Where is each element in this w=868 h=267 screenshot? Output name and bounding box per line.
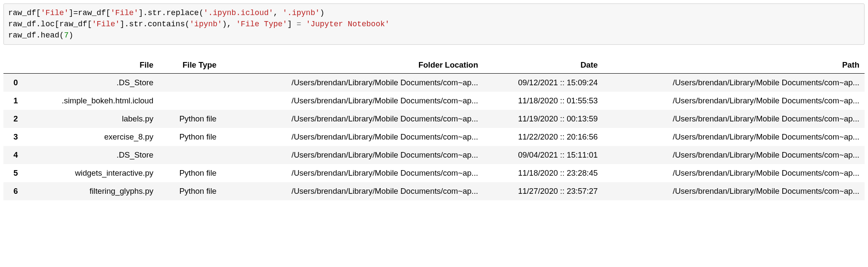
cell-folder-location: /Users/brendan/Library/Mobile Documents/…	[222, 74, 484, 92]
table-row: 4.DS_Store/Users/brendan/Library/Mobile …	[3, 146, 865, 164]
row-index: 3	[3, 128, 23, 146]
code-token: ]=raw_df[	[68, 9, 110, 17]
code-token: 'File'	[92, 20, 120, 28]
cell-path: /Users/brendan/Library/Mobile Documents/…	[603, 146, 865, 164]
cell-file-type: Python file	[158, 182, 222, 200]
cell-file: .simple_bokeh.html.icloud	[23, 92, 159, 110]
header-file-type: File Type	[158, 57, 222, 74]
cell-file: labels.py	[23, 110, 159, 128]
code-token: ),	[222, 20, 236, 28]
cell-folder-location: /Users/brendan/Library/Mobile Documents/…	[222, 128, 484, 146]
dataframe-output: File File Type Folder Location Date Path…	[3, 57, 865, 200]
header-index	[3, 57, 23, 74]
cell-file-type	[158, 92, 222, 110]
code-token: 'ipynb'	[189, 20, 222, 28]
cell-date: 11/18/2020 :: 23:28:45	[483, 164, 603, 182]
code-token: 'File'	[41, 9, 69, 17]
row-index: 2	[3, 110, 23, 128]
row-index: 1	[3, 92, 23, 110]
cell-file-type: Python file	[158, 164, 222, 182]
cell-folder-location: /Users/brendan/Library/Mobile Documents/…	[222, 146, 484, 164]
code-token: raw_df.loc[raw_df[	[8, 20, 92, 28]
header-folder-loc: Folder Location	[222, 57, 484, 74]
cell-folder-location: /Users/brendan/Library/Mobile Documents/…	[222, 164, 484, 182]
code-token: 7	[64, 31, 69, 40]
row-index: 4	[3, 146, 23, 164]
cell-folder-location: /Users/brendan/Library/Mobile Documents/…	[222, 92, 484, 110]
table-row: 3exercise_8.pyPython file/Users/brendan/…	[3, 128, 865, 146]
cell-file: widgets_interactive.py	[23, 164, 159, 182]
code-token: 'Jupyter Notebook'	[306, 20, 389, 28]
cell-date: 11/19/2020 :: 00:13:59	[483, 110, 603, 128]
code-token: '.ipynb.icloud'	[204, 9, 273, 17]
cell-path: /Users/brendan/Library/Mobile Documents/…	[603, 92, 865, 110]
cell-file-type: Python file	[158, 128, 222, 146]
cell-date: 11/18/2020 :: 01:55:53	[483, 92, 603, 110]
cell-date: 11/22/2020 :: 20:16:56	[483, 128, 603, 146]
cell-date: 09/04/2021 :: 15:11:01	[483, 146, 603, 164]
code-token	[301, 20, 306, 28]
table-row: 2labels.pyPython file/Users/brendan/Libr…	[3, 110, 865, 128]
cell-file-type: Python file	[158, 110, 222, 128]
header-date: Date	[483, 57, 603, 74]
cell-folder-location: /Users/brendan/Library/Mobile Documents/…	[222, 110, 484, 128]
cell-file-type	[158, 146, 222, 164]
header-path: Path	[603, 57, 865, 74]
cell-file-type	[158, 74, 222, 92]
table-row: 1.simple_bokeh.html.icloud/Users/brendan…	[3, 92, 865, 110]
code-token: raw_df.head(	[8, 31, 64, 40]
code-token: ,	[273, 9, 283, 17]
code-token: 'File'	[111, 9, 139, 17]
cell-date: 09/12/2021 :: 15:09:24	[483, 74, 603, 92]
code-token: )	[68, 31, 73, 40]
code-token: ].str.replace(	[138, 9, 203, 17]
code-token: )	[320, 9, 325, 17]
header-row: File File Type Folder Location Date Path	[3, 57, 865, 74]
code-token: ].str.contains(	[120, 20, 189, 28]
row-index: 6	[3, 182, 23, 200]
code-token: '.ipynb'	[282, 9, 319, 17]
cell-file: .DS_Store	[23, 146, 159, 164]
header-file: File	[23, 57, 159, 74]
cell-path: /Users/brendan/Library/Mobile Documents/…	[603, 164, 865, 182]
cell-file: filtering_glyphs.py	[23, 182, 159, 200]
table-row: 6filtering_glyphs.pyPython file/Users/br…	[3, 182, 865, 200]
code-input-cell[interactable]: raw_df['File']=raw_df['File'].str.replac…	[3, 3, 865, 45]
cell-path: /Users/brendan/Library/Mobile Documents/…	[603, 128, 865, 146]
cell-path: /Users/brendan/Library/Mobile Documents/…	[603, 110, 865, 128]
cell-folder-location: /Users/brendan/Library/Mobile Documents/…	[222, 182, 484, 200]
dataframe-table: File File Type Folder Location Date Path…	[3, 57, 865, 200]
cell-path: /Users/brendan/Library/Mobile Documents/…	[603, 74, 865, 92]
table-row: 0.DS_Store/Users/brendan/Library/Mobile …	[3, 74, 865, 92]
cell-date: 11/27/2020 :: 23:57:27	[483, 182, 603, 200]
cell-file: .DS_Store	[23, 74, 159, 92]
cell-file: exercise_8.py	[23, 128, 159, 146]
code-token: =	[297, 20, 301, 28]
row-index: 5	[3, 164, 23, 182]
code-token: raw_df[	[8, 9, 41, 17]
table-row: 5widgets_interactive.pyPython file/Users…	[3, 164, 865, 182]
cell-path: /Users/brendan/Library/Mobile Documents/…	[603, 182, 865, 200]
code-token: 'File Type'	[236, 20, 287, 28]
code-token: ]	[287, 20, 297, 28]
row-index: 0	[3, 74, 23, 92]
